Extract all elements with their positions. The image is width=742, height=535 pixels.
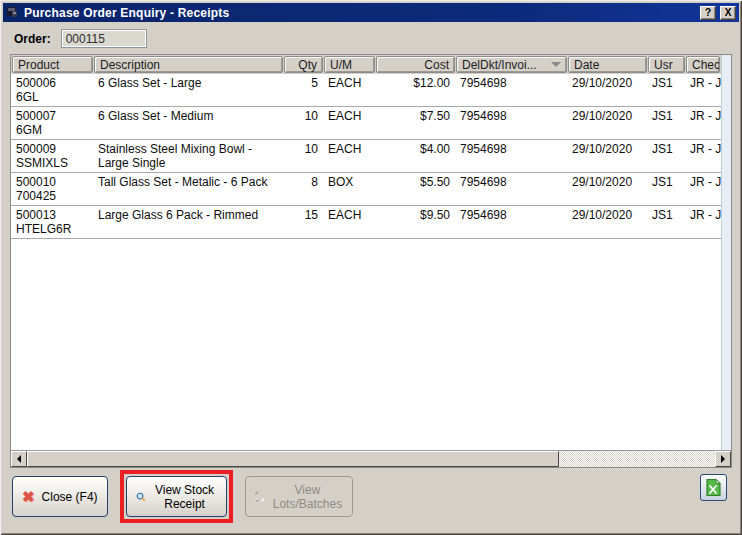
cell-cost: $4.00 (375, 141, 455, 158)
cell-description: Stainless Steel Mixing Bowl - Large Sing… (93, 141, 283, 172)
sort-desc-icon (551, 62, 561, 67)
cell-usr: JS1 (647, 207, 685, 224)
window-icon (6, 6, 20, 19)
vertical-scrollbar[interactable] (721, 55, 731, 450)
cell-qty: 8 (283, 174, 323, 191)
table-row[interactable]: 500010700425 Tall Glass Set - Metalic - … (11, 173, 721, 206)
cell-usr: JS1 (647, 75, 685, 92)
cell-cost: $7.50 (375, 108, 455, 125)
cell-qty: 15 (283, 207, 323, 224)
cell-usr: JS1 (647, 174, 685, 191)
column-header-qty[interactable]: Qty (284, 56, 323, 73)
annotation-highlight: View Stock Receipt (120, 470, 233, 523)
cell-cost: $12.00 (375, 75, 455, 92)
cell-description: 6 Glass Set - Large (93, 75, 283, 92)
column-header-product[interactable]: Product (12, 56, 93, 73)
table-header-row: Product Description Qty U/M Cost DelDkt/… (11, 55, 721, 74)
cell-description: Large Glass 6 Pack - Rimmed (93, 207, 283, 224)
excel-file-icon (704, 478, 723, 497)
table-row[interactable]: 500013HTELG6R Large Glass 6 Pack - Rimme… (11, 206, 721, 239)
cell-um: BOX (323, 174, 375, 191)
table-empty-area (11, 239, 721, 450)
button-bar: ✖ Close (F4) View Stock Receipt View Lot… (3, 468, 739, 532)
column-header-usr[interactable]: Usr (648, 56, 685, 73)
lots-selection-icon (255, 489, 266, 504)
cell-qty: 5 (283, 75, 323, 92)
cell-date: 29/10/2020 (567, 108, 647, 125)
horizontal-scrollbar (11, 450, 731, 467)
cell-um: EACH (323, 108, 375, 125)
order-number-field[interactable] (61, 29, 147, 48)
close-x-icon: ✖ (22, 489, 35, 504)
cell-docket: 7954698 (455, 174, 567, 191)
cell-cost: $9.50 (375, 207, 455, 224)
cell-docket: 7954698 (455, 75, 567, 92)
table-row[interactable]: 500009SSMIXLS Stainless Steel Mixing Bow… (11, 140, 721, 173)
cell-product: 500013HTELG6R (11, 207, 93, 238)
cell-um: EACH (323, 141, 375, 158)
cell-date: 29/10/2020 (567, 174, 647, 191)
column-header-description[interactable]: Description (94, 56, 283, 73)
export-excel-button[interactable] (700, 474, 727, 501)
cell-product: 5000066GL (11, 75, 93, 106)
dialog-window: Purchase Order Enquiry - Receipts ? X Or… (0, 0, 742, 535)
help-button[interactable]: ? (700, 6, 716, 20)
view-lots-batches-button: View Lots/Batches (245, 476, 353, 517)
cell-docket: 7954698 (455, 207, 567, 224)
cell-um: EACH (323, 75, 375, 92)
cell-product: 5000076GM (11, 108, 93, 139)
scrollbar-track[interactable] (559, 451, 715, 467)
cell-product: 500009SSMIXLS (11, 141, 93, 172)
close-button-label: Close (F4) (42, 490, 98, 504)
window-title: Purchase Order Enquiry - Receipts (24, 6, 696, 20)
order-row: Order: (3, 22, 739, 54)
left-arrow-icon (17, 455, 21, 463)
view-lots-batches-label: View Lots/Batches (272, 483, 342, 511)
column-header-docket[interactable]: DelDkt/Invoi... (456, 56, 567, 73)
cell-checked: JR - Jo (685, 174, 721, 191)
column-header-cost[interactable]: Cost (376, 56, 455, 73)
cell-um: EACH (323, 207, 375, 224)
cell-docket: 7954698 (455, 141, 567, 158)
view-stock-receipt-label: View Stock Receipt (153, 483, 217, 511)
cell-date: 29/10/2020 (567, 75, 647, 92)
cell-date: 29/10/2020 (567, 141, 647, 158)
close-button[interactable]: ✖ Close (F4) (12, 476, 108, 517)
table-row[interactable]: 5000066GL 6 Glass Set - Large 5 EACH $12… (11, 74, 721, 107)
cell-checked: JR - Jo (685, 207, 721, 224)
column-header-docket-label: DelDkt/Invoi... (462, 58, 537, 72)
cell-product: 500010700425 (11, 174, 93, 205)
scroll-right-button[interactable] (715, 451, 731, 467)
magnifier-icon (136, 489, 146, 505)
cell-docket: 7954698 (455, 108, 567, 125)
scroll-left-button[interactable] (11, 451, 27, 467)
cell-description: 6 Glass Set - Medium (93, 108, 283, 125)
order-label: Order: (14, 32, 51, 46)
cell-date: 29/10/2020 (567, 207, 647, 224)
column-header-um[interactable]: U/M (324, 56, 375, 73)
cell-checked: JR - Jo (685, 75, 721, 92)
cell-description: Tall Glass Set - Metalic - 6 Pack (93, 174, 283, 191)
cell-checked: JR - Jo (685, 141, 721, 158)
title-bar: Purchase Order Enquiry - Receipts ? X (3, 3, 739, 22)
view-stock-receipt-button[interactable]: View Stock Receipt (126, 476, 227, 517)
right-arrow-icon (721, 455, 725, 463)
cell-cost: $5.50 (375, 174, 455, 191)
column-header-checked[interactable]: Chec (686, 56, 720, 73)
cell-usr: JS1 (647, 108, 685, 125)
cell-usr: JS1 (647, 141, 685, 158)
cell-qty: 10 (283, 141, 323, 158)
column-header-date[interactable]: Date (568, 56, 647, 73)
cell-checked: JR - Jo (685, 108, 721, 125)
scrollbar-thumb[interactable] (27, 451, 559, 467)
cell-qty: 10 (283, 108, 323, 125)
window-close-button[interactable]: X (720, 6, 736, 20)
table-row[interactable]: 5000076GM 6 Glass Set - Medium 10 EACH $… (11, 107, 721, 140)
receipts-table-panel: Product Description Qty U/M Cost DelDkt/… (10, 54, 732, 468)
